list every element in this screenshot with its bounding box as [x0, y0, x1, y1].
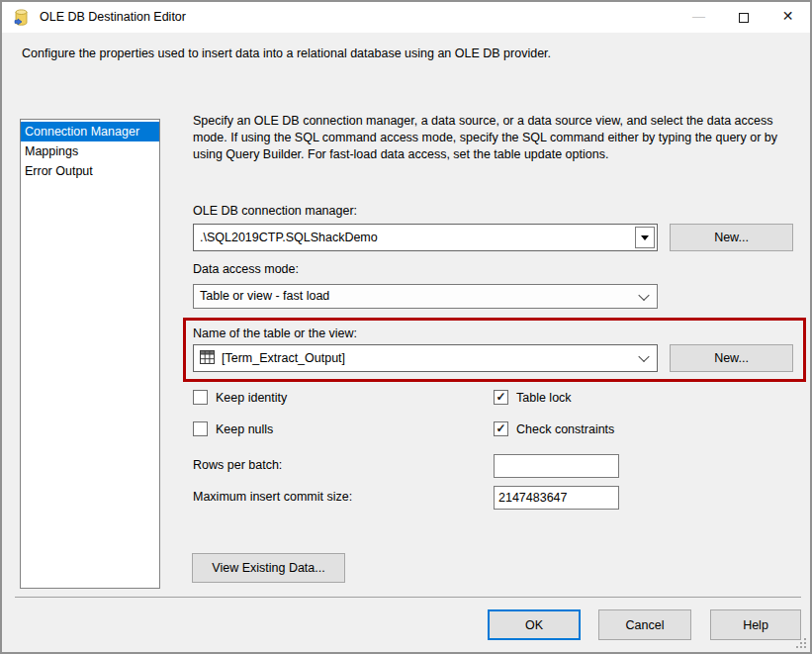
chevron-down-icon [638, 351, 649, 362]
connection-manager-combo[interactable]: .\SQL2019CTP.SQLShackDemo [193, 224, 658, 251]
keep-nulls-checkbox[interactable]: Keep nulls [193, 421, 273, 436]
view-existing-data-button[interactable]: View Existing Data... [192, 553, 345, 583]
help-button[interactable]: Help [710, 609, 801, 640]
title-bar: OLE DB Destination Editor — ✕ [2, 2, 810, 33]
new-connection-button[interactable]: New... [670, 224, 793, 251]
maximize-icon [739, 13, 749, 23]
max-insert-commit-size-input[interactable] [494, 486, 619, 510]
footer-separator [15, 597, 801, 598]
keep-nulls-label: Keep nulls [216, 422, 273, 436]
table-name-combo[interactable]: [Term_Extract_Output] [193, 344, 658, 372]
checkbox-box[interactable] [193, 390, 208, 405]
table-lock-label: Table lock [516, 391, 572, 405]
instructions-text: Specify an OLE DB connection manager, a … [193, 113, 806, 163]
data-access-mode-label: Data access mode: [193, 262, 299, 276]
connection-manager-label: OLE DB connection manager: [193, 204, 357, 218]
table-lock-checkbox[interactable]: ✓ Table lock [494, 390, 572, 405]
dropdown-arrow-icon [641, 235, 649, 240]
data-access-mode-value: Table or view - fast load [200, 289, 329, 303]
table-icon [200, 350, 215, 364]
maximize-button[interactable] [721, 2, 766, 33]
check-constraints-checkbox[interactable]: ✓ Check constraints [494, 421, 614, 436]
check-constraints-label: Check constraints [516, 422, 614, 436]
window-title: OLE DB Destination Editor [40, 2, 186, 33]
list-item-mappings[interactable]: Mappings [21, 141, 159, 161]
table-name-label: Name of the table or the view: [193, 327, 357, 340]
checkbox-box[interactable]: ✓ [494, 421, 508, 436]
connection-manager-dropdown-button[interactable] [635, 227, 655, 248]
resize-grip[interactable] [796, 638, 806, 648]
list-item-error-output[interactable]: Error Output [21, 161, 159, 181]
keep-identity-label: Keep identity [216, 391, 287, 405]
rows-per-batch-input[interactable] [494, 454, 619, 478]
new-table-button[interactable]: New... [670, 344, 793, 372]
connection-manager-value: .\SQL2019CTP.SQLShackDemo [200, 231, 378, 244]
keep-identity-checkbox[interactable]: Keep identity [193, 390, 287, 405]
ole-db-destination-editor-window: OLE DB Destination Editor — ✕ Configure … [0, 0, 812, 654]
checkbox-box[interactable]: ✓ [494, 390, 508, 405]
rows-per-batch-label: Rows per batch: [193, 458, 282, 472]
pages-list: Connection Manager Mappings Error Output [20, 119, 160, 589]
database-destination-icon [12, 8, 32, 28]
table-name-value: [Term_Extract_Output] [222, 351, 345, 365]
close-button[interactable]: ✕ [766, 2, 810, 33]
minimize-button[interactable]: — [677, 2, 721, 33]
data-access-mode-select[interactable]: Table or view - fast load [193, 284, 658, 309]
checkbox-box[interactable] [193, 421, 208, 436]
list-item-connection-manager[interactable]: Connection Manager [21, 122, 159, 141]
chevron-down-icon [638, 289, 649, 300]
dialog-description: Configure the properties used to insert … [22, 47, 551, 60]
cancel-button[interactable]: Cancel [598, 609, 691, 640]
ok-button[interactable]: OK [488, 609, 581, 640]
max-insert-commit-size-label: Maximum insert commit size: [193, 490, 352, 504]
